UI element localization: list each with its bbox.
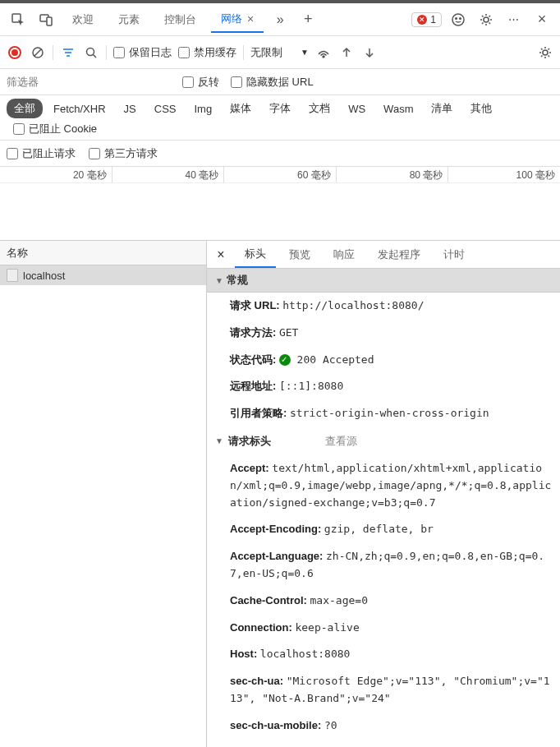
record-button[interactable] (7, 44, 23, 61)
type-wasm[interactable]: Wasm (376, 100, 420, 118)
blocked-requests-checkbox[interactable]: 已阻止请求 (7, 146, 76, 161)
type-js[interactable]: JS (117, 100, 144, 118)
header-host: Host: localhost:8080 (207, 641, 560, 668)
devtools-tabbar: 欢迎 元素 控制台 网络× » + ✕1 ⋯ × (0, 3, 560, 36)
invert-checkbox[interactable]: 反转 (182, 75, 219, 90)
resource-type-filter: 全部 Fetch/XHR JS CSS Img 媒体 字体 文档 WS Wasm… (0, 95, 560, 141)
detail-tabbar: × 标头 预览 响应 发起程序 计时 (207, 241, 560, 269)
status-code: 状态代码: 200 Accepted (207, 347, 560, 374)
general-section-header[interactable]: ▼常规 (207, 269, 560, 293)
filter-toggle-icon[interactable] (60, 44, 76, 61)
request-row[interactable]: localhost (0, 265, 206, 285)
type-all[interactable]: 全部 (7, 99, 43, 118)
header-connection: Connection: keep-alive (207, 615, 560, 642)
download-har-icon[interactable] (361, 44, 378, 61)
upload-har-icon[interactable] (338, 44, 355, 61)
header-sec-ch-ua: sec-ch-ua: "Microsoft Edge";v="113", "Ch… (207, 668, 560, 712)
search-icon[interactable] (83, 44, 99, 61)
error-badge[interactable]: ✕1 (411, 12, 442, 27)
header-sec-ch-ua-platform: sec-ch-ua-platform: "Windows" (207, 740, 560, 747)
svg-point-17 (543, 50, 548, 55)
tab-timing[interactable]: 计时 (434, 242, 475, 267)
type-ws[interactable]: WS (341, 100, 373, 118)
close-devtools-icon[interactable]: × (530, 8, 553, 31)
network-conditions-icon[interactable] (315, 44, 332, 61)
request-method: 请求方法: GET (207, 320, 560, 347)
third-party-checkbox[interactable]: 第三方请求 (89, 146, 158, 161)
type-css[interactable]: CSS (147, 100, 184, 118)
svg-point-6 (484, 17, 489, 22)
header-sec-ch-ua-mobile: sec-ch-ua-mobile: ?0 (207, 712, 560, 740)
network-toolbar: 保留日志 禁用缓存 无限制▼ (0, 36, 560, 69)
type-manifest[interactable]: 清单 (424, 99, 460, 118)
more-tabs-icon[interactable]: » (269, 8, 291, 31)
new-tab-icon[interactable]: + (296, 8, 319, 31)
hide-data-urls-checkbox[interactable]: 隐藏数据 URL (231, 75, 314, 90)
referrer-policy: 引用者策略: strict-origin-when-cross-origin (207, 400, 560, 427)
clear-button[interactable] (30, 44, 46, 61)
tab-elements[interactable]: 元素 (108, 7, 149, 32)
svg-rect-2 (47, 17, 52, 25)
remote-address: 远程地址: [::1]:8080 (207, 373, 560, 400)
view-source-link[interactable]: 查看源 (325, 434, 357, 449)
blocked-filter-row: 已阻止请求 第三方请求 (0, 141, 560, 167)
timeline-tick: 60 毫秒 (223, 167, 336, 182)
timeline-tick: 100 毫秒 (448, 167, 560, 182)
document-icon (7, 269, 18, 282)
svg-point-14 (323, 56, 324, 58)
type-doc[interactable]: 文档 (301, 99, 337, 118)
tab-preview[interactable]: 预览 (279, 242, 320, 267)
request-url: 请求 URL: http://localhost:8080/ (207, 293, 560, 320)
header-accept-language: Accept-Language: zh-CN,zh;q=0.9,en;q=0.8… (207, 543, 560, 588)
tab-welcome[interactable]: 欢迎 (62, 7, 103, 32)
tab-initiator[interactable]: 发起程序 (368, 242, 430, 267)
blocked-cookies-checkbox[interactable]: 已阻止 Cookie (13, 122, 97, 136)
tab-response[interactable]: 响应 (324, 242, 365, 267)
header-accept: Accept: text/html,application/xhtml+xml,… (207, 455, 560, 516)
more-menu-icon[interactable]: ⋯ (503, 8, 526, 31)
status-ok-icon (279, 354, 291, 366)
request-list-panel: 名称 localhost (0, 241, 207, 747)
type-other[interactable]: 其他 (463, 99, 499, 118)
tab-console[interactable]: 控制台 (154, 7, 206, 32)
inspect-icon[interactable] (7, 8, 30, 31)
filter-input[interactable] (7, 76, 171, 88)
svg-line-8 (34, 48, 42, 56)
timeline-overview[interactable]: 20 毫秒 40 毫秒 60 毫秒 80 毫秒 100 毫秒 (0, 167, 560, 241)
disable-cache-checkbox[interactable]: 禁用缓存 (178, 45, 236, 60)
type-img[interactable]: Img (186, 100, 219, 118)
close-icon[interactable]: × (247, 12, 254, 25)
request-name: localhost (23, 270, 65, 282)
timeline-tick: 40 毫秒 (112, 167, 224, 182)
request-headers-section-header[interactable]: ▼请求标头查看源 (207, 427, 560, 455)
header-cache-control: Cache-Control: max-age=0 (207, 588, 560, 615)
request-detail-panel: × 标头 预览 响应 发起程序 计时 ▼常规 请求 URL: http://lo… (207, 241, 560, 747)
svg-point-4 (456, 17, 457, 19)
filter-bar: 反转 隐藏数据 URL (0, 69, 560, 95)
header-accept-encoding: Accept-Encoding: gzip, deflate, br (207, 516, 560, 543)
feedback-icon[interactable] (447, 8, 470, 31)
tab-network[interactable]: 网络× (211, 7, 264, 33)
request-list-header: 名称 (0, 241, 206, 265)
svg-point-12 (87, 48, 94, 55)
device-toggle-icon[interactable] (34, 8, 57, 31)
throttling-select[interactable]: 无限制▼ (243, 45, 309, 60)
settings-icon[interactable] (475, 8, 498, 31)
type-font[interactable]: 字体 (262, 99, 298, 118)
close-detail-icon[interactable]: × (210, 244, 232, 265)
timeline-tick: 20 毫秒 (0, 167, 112, 182)
svg-point-5 (460, 17, 461, 19)
tab-headers[interactable]: 标头 (235, 242, 276, 268)
timeline-tick: 80 毫秒 (336, 167, 448, 182)
svg-line-13 (94, 54, 97, 58)
type-media[interactable]: 媒体 (223, 99, 259, 118)
svg-point-3 (452, 14, 464, 25)
preserve-log-checkbox[interactable]: 保留日志 (113, 45, 172, 60)
type-fetch[interactable]: Fetch/XHR (46, 100, 113, 118)
network-settings-icon[interactable] (537, 44, 553, 61)
